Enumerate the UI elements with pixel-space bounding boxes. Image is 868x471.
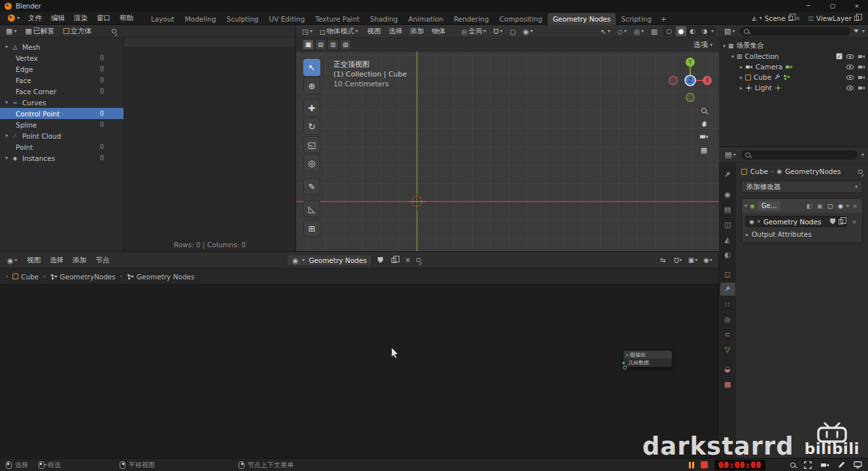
tool-move-button[interactable]: ✚ xyxy=(303,99,320,116)
dataset-row-face-corner[interactable]: Face Corner0 xyxy=(0,86,124,97)
node-canvas[interactable]: ▾ 组输出 几何数据 xyxy=(0,285,718,458)
display-realtime-toggle[interactable]: ▢ xyxy=(826,201,835,211)
properties-tab-tool[interactable] xyxy=(720,168,735,181)
expand-icon[interactable]: ▾ xyxy=(5,155,8,161)
workspace-tab-geometry-nodes[interactable]: Geometry Nodes xyxy=(548,13,616,25)
record-stop-icon[interactable] xyxy=(701,461,708,468)
new-viewlayer-icon[interactable] xyxy=(854,16,859,21)
viewport-menu-object[interactable]: 物体 xyxy=(428,26,450,37)
workspace-tab-shading[interactable]: Shading xyxy=(365,13,403,25)
properties-tab-output[interactable]: ▤ xyxy=(720,203,735,216)
properties-tab-physics[interactable]: ◎ xyxy=(720,313,735,326)
snap-target-dropdown[interactable]: ▣▾ xyxy=(688,255,698,266)
screen-record-icon[interactable] xyxy=(854,461,862,468)
breadcrumb-item-geometrynodes[interactable]: GeometryNodes xyxy=(50,273,116,281)
navigation-gizmo[interactable]: Y X Z xyxy=(664,53,716,105)
workspace-tab-texture-paint[interactable]: Texture Paint xyxy=(310,13,365,25)
chevron-down-icon[interactable]: ▾ xyxy=(862,28,865,34)
pan-hand-icon[interactable] xyxy=(700,119,709,128)
properties-tab-modifiers[interactable] xyxy=(720,283,735,296)
node-menu-add[interactable]: 添加 xyxy=(68,254,91,266)
dataset-row-curves[interactable]: ▾≈Curves xyxy=(0,97,124,108)
viewport-options-dropdown[interactable]: 选项 ▾ xyxy=(693,40,712,50)
tool-tweak-select-button[interactable]: ↖ xyxy=(303,59,320,76)
viewport-menu-select[interactable]: 选择 xyxy=(385,26,407,37)
properties-tab-particles[interactable]: ∷ xyxy=(720,298,735,311)
unlink-node-group-button[interactable]: × xyxy=(403,255,413,266)
auto-offset-icon[interactable]: ⇆ xyxy=(658,255,668,266)
draw-pen-icon[interactable] xyxy=(838,461,845,468)
zoom-icon[interactable] xyxy=(790,462,795,468)
transform-orientation-dropdown[interactable]: ◎ 全局 ▾ xyxy=(459,26,488,37)
workspace-tab-animation[interactable]: Animation xyxy=(403,13,449,25)
chevron-down-icon[interactable]: ▾ xyxy=(861,152,864,158)
outliner-search-input[interactable] xyxy=(752,27,846,35)
display-on-cage-toggle[interactable]: ◧ xyxy=(805,201,814,211)
show-overlays-dropdown[interactable]: ◎▾ xyxy=(632,27,646,36)
outliner-search[interactable] xyxy=(740,27,850,36)
tool-measure-button[interactable]: ◺ xyxy=(303,200,320,217)
shading-material-button[interactable]: ◐ xyxy=(688,26,698,36)
workspace-tab-sculpting[interactable]: Sculpting xyxy=(221,13,263,25)
select-mode-subtract-button[interactable]: ▥ xyxy=(327,39,339,50)
menu-window[interactable]: 窗口 xyxy=(92,12,115,24)
expand-icon[interactable]: ▸ xyxy=(740,85,743,91)
output-attributes-section[interactable]: ▸ Output Attributes xyxy=(742,230,862,243)
dataset-row-edge[interactable]: Edge0 xyxy=(0,63,124,75)
node-group-selector[interactable]: ◉ ▾ Geometry Nodes xyxy=(287,254,372,266)
pin-icon[interactable] xyxy=(112,29,116,33)
capture-region-icon[interactable] xyxy=(804,461,812,469)
expand-icon[interactable]: ▾ xyxy=(5,44,8,50)
tool-cursor-button[interactable]: ⊕ xyxy=(303,77,320,94)
modifier-panel-header[interactable]: ▾ ◉ Ge... ◧ ▣ ▢ ◉ ▾ × xyxy=(742,199,862,213)
workspace-tab-scripting[interactable]: Scripting xyxy=(616,13,657,25)
light-data-icon[interactable] xyxy=(775,84,782,92)
tool-transform-button[interactable]: ◎ xyxy=(303,154,320,171)
overlap-dropdown[interactable]: ◉▾ xyxy=(703,255,713,266)
select-mode-set-button[interactable]: ▦ xyxy=(303,39,314,50)
blender-menu-button[interactable]: ▾ xyxy=(4,14,24,22)
minimize-button[interactable]: ─ xyxy=(797,0,820,12)
properties-tab-material[interactable]: ◒ xyxy=(720,362,735,375)
disable-render-icon[interactable] xyxy=(858,85,865,91)
workspace-tab-rendering[interactable]: Rendering xyxy=(448,13,494,25)
editor-type-button[interactable]: ▤ ▾ xyxy=(723,150,737,160)
fake-user-shield-icon[interactable] xyxy=(830,218,835,224)
viewlayer-selector[interactable]: ◫ ViewLayer xyxy=(808,14,859,22)
expand-icon[interactable]: ▾ xyxy=(723,43,726,49)
expand-icon[interactable]: ▾ xyxy=(5,99,8,105)
modifier-wrench-icon[interactable] xyxy=(774,74,780,80)
tool-annotate-button[interactable]: ✎ xyxy=(303,178,320,195)
shading-rendered-button[interactable]: ◑ xyxy=(699,26,710,36)
group-output-node[interactable]: ▾ 组输出 几何数据 xyxy=(623,350,673,368)
breadcrumb-item-cube[interactable]: Cube xyxy=(12,273,39,281)
maximize-button[interactable]: ▢ xyxy=(822,0,844,12)
dataset-row-point-cloud[interactable]: ▾∴Point Cloud xyxy=(0,130,124,141)
new-scene-icon[interactable] xyxy=(788,16,793,21)
pin-icon[interactable] xyxy=(858,169,863,174)
collapsed-socket[interactable] xyxy=(623,366,627,370)
camera-data-icon[interactable] xyxy=(785,64,793,70)
screenshot-camera-icon[interactable] xyxy=(820,462,829,468)
node-menu-view[interactable]: 视图 xyxy=(22,254,45,266)
expand-icon[interactable]: ▾ xyxy=(5,133,8,139)
filter-icon[interactable] xyxy=(854,29,859,33)
properties-search[interactable] xyxy=(741,150,858,160)
dataset-row-spline[interactable]: Spline0 xyxy=(0,119,124,130)
geometry-socket[interactable] xyxy=(622,361,626,365)
dataset-row-mesh[interactable]: ▾△Mesh xyxy=(0,41,124,52)
unlink-node-group-icon[interactable]: × xyxy=(850,217,859,226)
dataset-row-point[interactable]: Point0 xyxy=(0,141,124,152)
workspace-tab-modeling[interactable]: Modeling xyxy=(180,13,222,25)
hide-eye-icon[interactable] xyxy=(846,86,854,90)
pause-icon[interactable] xyxy=(689,462,694,468)
menu-file[interactable]: 文件 xyxy=(24,12,46,24)
select-mode-extend-button[interactable]: ▤ xyxy=(315,39,326,50)
toggle-xray-button[interactable]: ▥ xyxy=(649,27,659,36)
properties-tab-render[interactable]: ◉ xyxy=(720,188,735,201)
outliner-row-cube[interactable]: ▸Cube xyxy=(719,72,868,82)
dataset-row-instances[interactable]: ▾◈Instances0 xyxy=(0,152,124,164)
select-mode-intersect-button[interactable]: ▧ xyxy=(340,39,351,50)
workspace-tab-layout[interactable]: Layout xyxy=(146,13,180,25)
shading-solid-button[interactable]: ● xyxy=(676,26,686,36)
